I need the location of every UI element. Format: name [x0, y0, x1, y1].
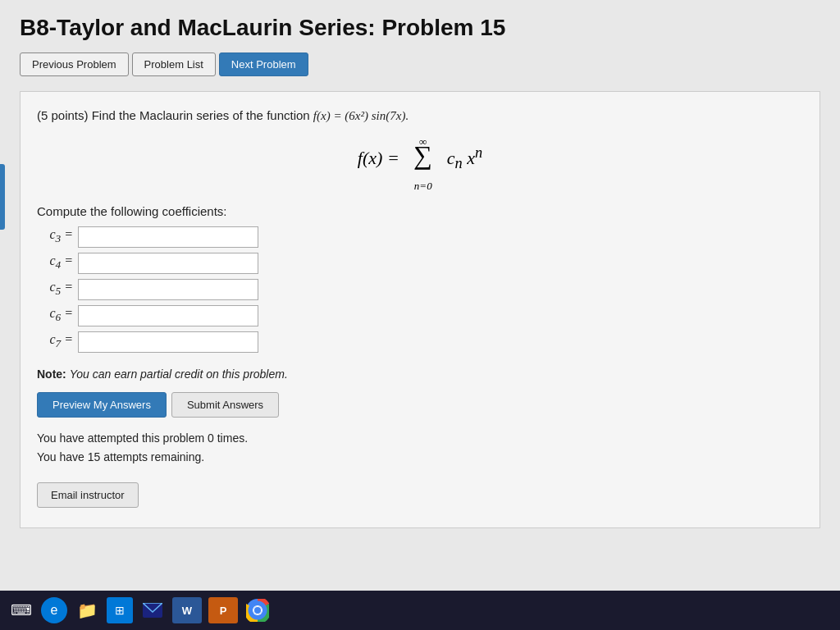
- points-prefix: (5 points) Find the Maclaurin series of …: [37, 108, 310, 122]
- coeff-input-c6[interactable]: [78, 305, 258, 326]
- sum-sub: n=0: [414, 180, 432, 193]
- taskbar-ppt-icon[interactable]: P: [208, 597, 238, 623]
- taskbar-word-icon[interactable]: W: [172, 597, 202, 623]
- sum-term: cn xn: [442, 148, 482, 168]
- coeff-input-c7[interactable]: [78, 331, 258, 353]
- attempt-line-1: You have attempted this problem 0 times.: [37, 429, 803, 449]
- function-text: f(x) = (6x²) sin(7x).: [313, 109, 409, 122]
- previous-problem-button[interactable]: Previous Problem: [20, 52, 129, 76]
- coeff-label-c6: c6 =: [37, 306, 78, 324]
- taskbar: ⌨ e 📁 ⊞ W P: [0, 591, 840, 630]
- taskbar-store-icon[interactable]: ⊞: [107, 597, 133, 623]
- attempt-info: You have attempted this problem 0 times.…: [37, 429, 803, 468]
- note-text: Note: You can earn partial credit on thi…: [37, 368, 803, 381]
- taskbar-mail-icon[interactable]: [139, 597, 166, 623]
- page-title: B8-Taylor and MacLaurin Series: Problem …: [20, 15, 820, 41]
- coeff-input-c5[interactable]: [78, 279, 258, 300]
- summation-symbol: ∞ ∑ n=0: [409, 142, 438, 185]
- email-instructor-button[interactable]: Email instructor: [37, 482, 139, 508]
- submit-answers-button[interactable]: Submit Answers: [171, 392, 279, 418]
- problem-box: (5 points) Find the Maclaurin series of …: [20, 91, 820, 528]
- coefficient-row-c3: c3 =: [37, 226, 803, 248]
- coeff-label-c5: c5 =: [37, 280, 78, 298]
- action-buttons: Preview My Answers Submit Answers: [37, 392, 803, 418]
- problem-statement: (5 points) Find the Maclaurin series of …: [37, 107, 803, 126]
- coeff-label-c3: c3 =: [37, 227, 78, 245]
- note-content: You can earn partial credit on this prob…: [70, 368, 288, 381]
- coeff-label-c7: c7 =: [37, 332, 78, 350]
- taskbar-edge-icon[interactable]: e: [41, 597, 67, 623]
- coefficient-row-c7: c7 =: [37, 331, 803, 353]
- coefficient-row-c6: c6 =: [37, 305, 803, 326]
- taskbar-folder-icon[interactable]: 📁: [74, 597, 100, 623]
- coeff-label-c4: c4 =: [37, 253, 78, 272]
- taskbar-chrome-icon[interactable]: [244, 597, 271, 623]
- problem-list-button[interactable]: Problem List: [132, 52, 216, 76]
- coeff-input-c3[interactable]: [78, 226, 258, 248]
- taskbar-keyboard-icon[interactable]: ⌨: [8, 597, 34, 623]
- left-accent-bar: [0, 164, 5, 230]
- coefficient-row-c5: c5 =: [37, 279, 803, 300]
- coefficient-row-c4: c4 =: [37, 253, 803, 274]
- next-problem-button[interactable]: Next Problem: [219, 52, 308, 76]
- nav-buttons: Previous Problem Problem List Next Probl…: [20, 52, 820, 76]
- formula-display: f(x) = ∞ ∑ n=0 cn xn: [37, 142, 803, 185]
- coeff-input-c4[interactable]: [78, 253, 258, 274]
- coefficients-section: Compute the following coefficients: c3 =…: [37, 204, 803, 353]
- preview-answers-button[interactable]: Preview My Answers: [37, 392, 167, 418]
- svg-point-6: [254, 607, 261, 614]
- sum-sup: ∞: [419, 135, 427, 148]
- coefficients-label: Compute the following coefficients:: [37, 204, 803, 218]
- formula-fx: f(x) =: [358, 148, 404, 168]
- note-label: Note:: [37, 368, 66, 381]
- attempt-line-2: You have 15 attempts remaining.: [37, 448, 803, 468]
